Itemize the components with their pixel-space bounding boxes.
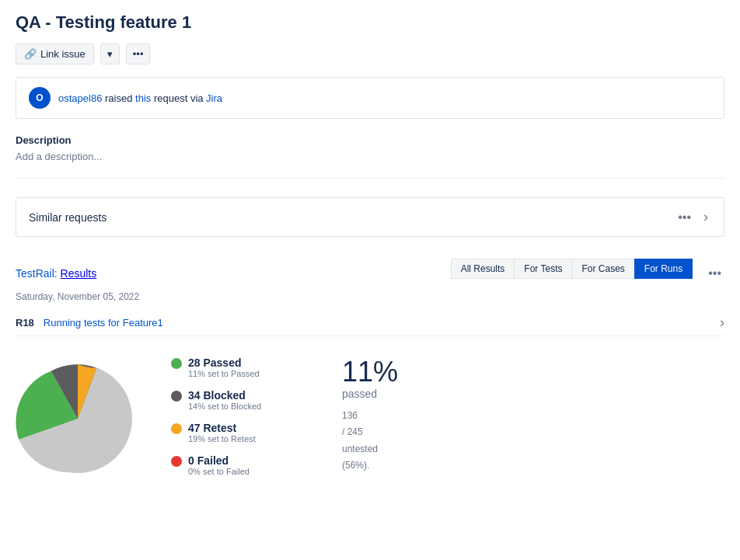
passed-dot [171, 358, 182, 369]
raised-by-text: ostapel86 raised this request via Jira [58, 92, 222, 104]
legend-list: 28 Passed 11% set to Passed 34 Blocked 1… [171, 357, 295, 476]
results-content: 28 Passed 11% set to Passed 34 Blocked 1… [16, 349, 724, 489]
ellipsis-icon: ••• [708, 266, 721, 280]
testrail-section: TestRail: Results All Results For Tests … [16, 259, 724, 489]
similar-requests-more-button[interactable]: ••• [675, 209, 694, 226]
tab-for-runs[interactable]: For Runs [634, 259, 693, 279]
run-row: R18 Running tests for Feature1 › [16, 310, 724, 336]
tab-for-tests[interactable]: For Tests [514, 259, 571, 279]
failed-text: 0 Failed 0% set to Failed [188, 454, 250, 476]
similar-requests-expand-button[interactable]: › [700, 207, 711, 227]
summary-passed-label: passed [342, 388, 398, 400]
run-id: R18 [16, 317, 34, 329]
page-title: QA - Testing feature 1 [16, 12, 724, 33]
link-issue-label: Link issue [40, 48, 86, 60]
failed-dot [171, 456, 182, 467]
tab-all-results[interactable]: All Results [451, 259, 515, 279]
blocked-text: 34 Blocked 14% set to Blocked [188, 389, 261, 411]
avatar: O [29, 87, 51, 109]
link-icon: 🔗 [24, 48, 37, 60]
tab-for-cases[interactable]: For Cases [571, 259, 634, 279]
similar-requests-box: Similar requests ••• › [16, 197, 724, 237]
legend-retest: 47 Retest 19% set to Retest [171, 422, 295, 443]
run-expand-icon[interactable]: › [720, 315, 724, 331]
description-title: Description [16, 134, 724, 146]
testrail-more-button[interactable]: ••• [705, 265, 724, 282]
summary-stats: 136 / 245 untested (56%). [342, 408, 398, 475]
jira-link[interactable]: Jira [206, 92, 222, 104]
pie-chart [16, 357, 140, 481]
testrail-tabs: All Results For Tests For Cases For Runs [451, 259, 693, 279]
raised-by-box: O ostapel86 raised this request via Jira [16, 77, 724, 119]
retest-text: 47 Retest 19% set to Retest [188, 422, 256, 443]
dropdown-button[interactable]: ▾ [100, 43, 120, 64]
user-link[interactable]: ostapel86 [58, 92, 102, 104]
add-description-button[interactable]: Add a description... [16, 151, 724, 162]
run-link[interactable]: Running tests for Feature1 [44, 317, 163, 329]
similar-requests-label: Similar requests [29, 211, 106, 224]
legend-failed: 0 Failed 0% set to Failed [171, 454, 295, 476]
toolbar: 🔗 Link issue ▾ ••• [16, 43, 724, 64]
testrail-results-link[interactable]: Results [61, 267, 97, 280]
description-section: Description Add a description... [16, 134, 724, 179]
run-left: R18 Running tests for Feature1 [16, 317, 163, 329]
summary-box: 11% passed 136 / 245 untested (56%). [342, 357, 398, 475]
summary-percent: 11% [342, 357, 398, 388]
similar-requests-actions: ••• › [675, 207, 711, 227]
passed-text: 28 Passed 11% set to Passed [188, 357, 260, 378]
chevron-down-icon: ▾ [107, 48, 113, 60]
more-options-button[interactable]: ••• [126, 43, 151, 64]
testrail-header: TestRail: Results All Results For Tests … [16, 259, 724, 288]
legend-passed: 28 Passed 11% set to Passed [171, 357, 295, 378]
chevron-down-icon: › [703, 209, 708, 224]
blocked-dot [171, 391, 182, 402]
this-request-link[interactable]: this [135, 92, 151, 104]
testrail-date: Saturday, November 05, 2022 [16, 291, 724, 302]
legend-blocked: 34 Blocked 14% set to Blocked [171, 389, 295, 411]
ellipsis-icon: ••• [678, 210, 691, 224]
ellipsis-icon: ••• [133, 48, 144, 60]
link-issue-button[interactable]: 🔗 Link issue [16, 43, 94, 64]
retest-dot [171, 423, 182, 434]
testrail-title: TestRail: Results [16, 267, 96, 280]
